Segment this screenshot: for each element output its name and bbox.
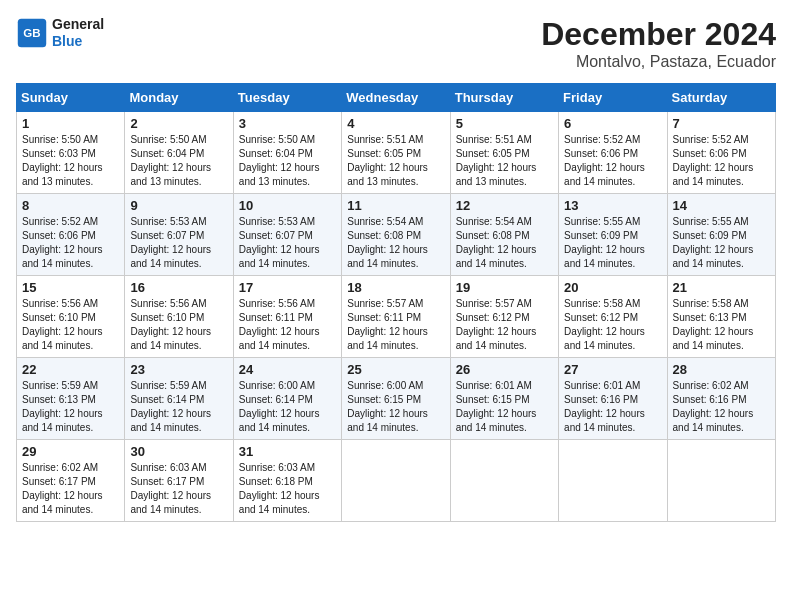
day-info: Sunrise: 6:02 AM Sunset: 6:17 PM Dayligh…	[22, 461, 119, 517]
day-info: Sunrise: 5:50 AM Sunset: 6:03 PM Dayligh…	[22, 133, 119, 189]
day-number: 3	[239, 116, 336, 131]
header-cell-sunday: Sunday	[17, 84, 125, 112]
day-number: 20	[564, 280, 661, 295]
calendar-cell	[450, 440, 558, 522]
logo-text-general: General	[52, 16, 104, 33]
calendar-cell: 26Sunrise: 6:01 AM Sunset: 6:15 PM Dayli…	[450, 358, 558, 440]
calendar-week-row: 15Sunrise: 5:56 AM Sunset: 6:10 PM Dayli…	[17, 276, 776, 358]
calendar-cell: 30Sunrise: 6:03 AM Sunset: 6:17 PM Dayli…	[125, 440, 233, 522]
day-info: Sunrise: 5:54 AM Sunset: 6:08 PM Dayligh…	[347, 215, 444, 271]
header-cell-tuesday: Tuesday	[233, 84, 341, 112]
day-number: 10	[239, 198, 336, 213]
day-number: 5	[456, 116, 553, 131]
day-info: Sunrise: 5:52 AM Sunset: 6:06 PM Dayligh…	[22, 215, 119, 271]
calendar-cell: 4Sunrise: 5:51 AM Sunset: 6:05 PM Daylig…	[342, 112, 450, 194]
calendar-cell	[559, 440, 667, 522]
day-info: Sunrise: 5:52 AM Sunset: 6:06 PM Dayligh…	[564, 133, 661, 189]
calendar-header-row: SundayMondayTuesdayWednesdayThursdayFrid…	[17, 84, 776, 112]
calendar-week-row: 1Sunrise: 5:50 AM Sunset: 6:03 PM Daylig…	[17, 112, 776, 194]
calendar-cell: 8Sunrise: 5:52 AM Sunset: 6:06 PM Daylig…	[17, 194, 125, 276]
day-info: Sunrise: 5:56 AM Sunset: 6:11 PM Dayligh…	[239, 297, 336, 353]
header-cell-friday: Friday	[559, 84, 667, 112]
day-number: 25	[347, 362, 444, 377]
day-number: 2	[130, 116, 227, 131]
calendar-cell: 11Sunrise: 5:54 AM Sunset: 6:08 PM Dayli…	[342, 194, 450, 276]
calendar-table: SundayMondayTuesdayWednesdayThursdayFrid…	[16, 83, 776, 522]
calendar-week-row: 29Sunrise: 6:02 AM Sunset: 6:17 PM Dayli…	[17, 440, 776, 522]
day-number: 6	[564, 116, 661, 131]
calendar-cell: 31Sunrise: 6:03 AM Sunset: 6:18 PM Dayli…	[233, 440, 341, 522]
title-block: December 2024 Montalvo, Pastaza, Ecuador	[541, 16, 776, 71]
calendar-cell: 23Sunrise: 5:59 AM Sunset: 6:14 PM Dayli…	[125, 358, 233, 440]
header-cell-monday: Monday	[125, 84, 233, 112]
calendar-week-row: 22Sunrise: 5:59 AM Sunset: 6:13 PM Dayli…	[17, 358, 776, 440]
calendar-cell: 18Sunrise: 5:57 AM Sunset: 6:11 PM Dayli…	[342, 276, 450, 358]
day-number: 1	[22, 116, 119, 131]
calendar-cell: 27Sunrise: 6:01 AM Sunset: 6:16 PM Dayli…	[559, 358, 667, 440]
calendar-cell: 20Sunrise: 5:58 AM Sunset: 6:12 PM Dayli…	[559, 276, 667, 358]
day-number: 30	[130, 444, 227, 459]
page-header: GB General Blue December 2024 Montalvo, …	[16, 16, 776, 71]
day-number: 12	[456, 198, 553, 213]
day-number: 13	[564, 198, 661, 213]
calendar-cell: 14Sunrise: 5:55 AM Sunset: 6:09 PM Dayli…	[667, 194, 775, 276]
day-info: Sunrise: 6:03 AM Sunset: 6:17 PM Dayligh…	[130, 461, 227, 517]
calendar-week-row: 8Sunrise: 5:52 AM Sunset: 6:06 PM Daylig…	[17, 194, 776, 276]
calendar-cell: 28Sunrise: 6:02 AM Sunset: 6:16 PM Dayli…	[667, 358, 775, 440]
day-info: Sunrise: 5:56 AM Sunset: 6:10 PM Dayligh…	[130, 297, 227, 353]
logo: GB General Blue	[16, 16, 104, 50]
day-info: Sunrise: 5:55 AM Sunset: 6:09 PM Dayligh…	[673, 215, 770, 271]
day-number: 11	[347, 198, 444, 213]
calendar-cell	[342, 440, 450, 522]
day-number: 31	[239, 444, 336, 459]
day-number: 23	[130, 362, 227, 377]
day-info: Sunrise: 5:54 AM Sunset: 6:08 PM Dayligh…	[456, 215, 553, 271]
day-number: 4	[347, 116, 444, 131]
header-cell-saturday: Saturday	[667, 84, 775, 112]
day-info: Sunrise: 5:51 AM Sunset: 6:05 PM Dayligh…	[456, 133, 553, 189]
day-number: 14	[673, 198, 770, 213]
calendar-cell: 2Sunrise: 5:50 AM Sunset: 6:04 PM Daylig…	[125, 112, 233, 194]
day-number: 26	[456, 362, 553, 377]
calendar-cell: 17Sunrise: 5:56 AM Sunset: 6:11 PM Dayli…	[233, 276, 341, 358]
day-info: Sunrise: 5:53 AM Sunset: 6:07 PM Dayligh…	[130, 215, 227, 271]
calendar-cell: 12Sunrise: 5:54 AM Sunset: 6:08 PM Dayli…	[450, 194, 558, 276]
calendar-cell: 22Sunrise: 5:59 AM Sunset: 6:13 PM Dayli…	[17, 358, 125, 440]
day-info: Sunrise: 5:59 AM Sunset: 6:14 PM Dayligh…	[130, 379, 227, 435]
day-number: 24	[239, 362, 336, 377]
day-number: 27	[564, 362, 661, 377]
calendar-cell: 5Sunrise: 5:51 AM Sunset: 6:05 PM Daylig…	[450, 112, 558, 194]
day-number: 21	[673, 280, 770, 295]
calendar-cell: 15Sunrise: 5:56 AM Sunset: 6:10 PM Dayli…	[17, 276, 125, 358]
day-info: Sunrise: 6:00 AM Sunset: 6:14 PM Dayligh…	[239, 379, 336, 435]
day-number: 7	[673, 116, 770, 131]
day-info: Sunrise: 5:53 AM Sunset: 6:07 PM Dayligh…	[239, 215, 336, 271]
calendar-cell: 6Sunrise: 5:52 AM Sunset: 6:06 PM Daylig…	[559, 112, 667, 194]
day-info: Sunrise: 6:02 AM Sunset: 6:16 PM Dayligh…	[673, 379, 770, 435]
day-number: 16	[130, 280, 227, 295]
day-info: Sunrise: 6:01 AM Sunset: 6:16 PM Dayligh…	[564, 379, 661, 435]
day-number: 19	[456, 280, 553, 295]
day-info: Sunrise: 5:57 AM Sunset: 6:11 PM Dayligh…	[347, 297, 444, 353]
day-info: Sunrise: 5:50 AM Sunset: 6:04 PM Dayligh…	[130, 133, 227, 189]
calendar-cell: 24Sunrise: 6:00 AM Sunset: 6:14 PM Dayli…	[233, 358, 341, 440]
day-info: Sunrise: 6:03 AM Sunset: 6:18 PM Dayligh…	[239, 461, 336, 517]
day-info: Sunrise: 5:59 AM Sunset: 6:13 PM Dayligh…	[22, 379, 119, 435]
calendar-cell	[667, 440, 775, 522]
day-info: Sunrise: 5:52 AM Sunset: 6:06 PM Dayligh…	[673, 133, 770, 189]
calendar-cell: 16Sunrise: 5:56 AM Sunset: 6:10 PM Dayli…	[125, 276, 233, 358]
day-number: 17	[239, 280, 336, 295]
calendar-cell: 13Sunrise: 5:55 AM Sunset: 6:09 PM Dayli…	[559, 194, 667, 276]
calendar-body: 1Sunrise: 5:50 AM Sunset: 6:03 PM Daylig…	[17, 112, 776, 522]
day-info: Sunrise: 5:58 AM Sunset: 6:12 PM Dayligh…	[564, 297, 661, 353]
logo-icon: GB	[16, 17, 48, 49]
day-number: 28	[673, 362, 770, 377]
day-info: Sunrise: 6:01 AM Sunset: 6:15 PM Dayligh…	[456, 379, 553, 435]
logo-text-blue: Blue	[52, 33, 104, 50]
calendar-cell: 25Sunrise: 6:00 AM Sunset: 6:15 PM Dayli…	[342, 358, 450, 440]
calendar-cell: 3Sunrise: 5:50 AM Sunset: 6:04 PM Daylig…	[233, 112, 341, 194]
day-number: 15	[22, 280, 119, 295]
day-number: 22	[22, 362, 119, 377]
day-info: Sunrise: 5:56 AM Sunset: 6:10 PM Dayligh…	[22, 297, 119, 353]
calendar-cell: 7Sunrise: 5:52 AM Sunset: 6:06 PM Daylig…	[667, 112, 775, 194]
